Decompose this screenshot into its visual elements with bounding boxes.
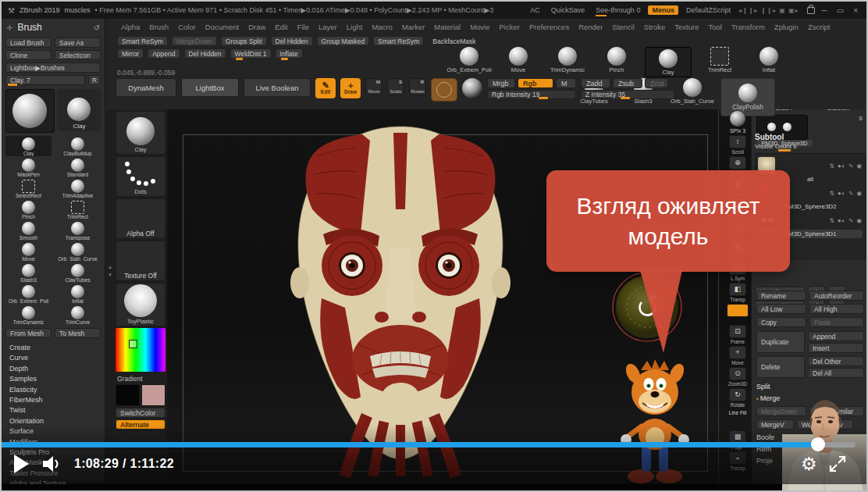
play-button[interactable] bbox=[14, 455, 29, 473]
material-button[interactable] bbox=[431, 78, 457, 102]
shelf-button[interactable]: ◧ Transp bbox=[729, 283, 746, 303]
autoreorder-button[interactable]: AutoReorder bbox=[809, 291, 864, 301]
menu-item[interactable]: Zscript bbox=[804, 21, 834, 33]
video-progress-played[interactable] bbox=[2, 442, 818, 447]
subtool-row-icons[interactable]: ⇅ ●◐ ✎ ◉ bbox=[830, 217, 863, 224]
append-button[interactable]: Append bbox=[808, 331, 864, 341]
bpr-render-icon[interactable] bbox=[730, 111, 745, 127]
toolbar-button[interactable]: Smart ReSym bbox=[117, 36, 168, 46]
toolbar-button[interactable]: BackfaceMask bbox=[428, 36, 480, 46]
main-color-swatch[interactable] bbox=[116, 384, 140, 406]
menu-item[interactable]: Edit bbox=[271, 21, 291, 33]
color-picker[interactable] bbox=[116, 328, 165, 372]
material-sphere-icon[interactable] bbox=[462, 78, 482, 98]
toolbar-button[interactable]: MergeDown bbox=[172, 36, 217, 46]
brush-grid-cell[interactable]: SelectRect bbox=[5, 178, 52, 198]
move-mode-button[interactable]: Move bbox=[365, 78, 382, 95]
zsub-button[interactable]: Zsub bbox=[613, 78, 642, 88]
rgb-intensity-slider[interactable]: Rgb Intensity 19 bbox=[487, 90, 576, 99]
to-mesh-button[interactable]: To Mesh bbox=[55, 328, 101, 338]
shelf-button[interactable]: ⊙ Zoom3D bbox=[728, 367, 747, 387]
toolbar-button[interactable]: Append bbox=[148, 48, 180, 59]
scale-mode-button[interactable]: Scale bbox=[387, 78, 404, 95]
dynamesh-button[interactable]: DynaMesh bbox=[116, 78, 176, 97]
brush-grid-cell[interactable]: Standard bbox=[55, 157, 101, 177]
brush-grid-cell[interactable]: Orb_Slah_Curve bbox=[55, 241, 101, 262]
secondary-color-swatch[interactable] bbox=[141, 384, 165, 406]
menu-item[interactable]: Texture bbox=[671, 21, 703, 33]
menu-item[interactable]: Movie bbox=[466, 21, 493, 33]
brush-grid-cell[interactable]: TrimAdaptive bbox=[55, 178, 101, 198]
shelf-button[interactable]: + Move bbox=[729, 346, 746, 366]
subtool-row-icons[interactable]: ⇅ ●◐ ✎ ◉ bbox=[830, 162, 863, 169]
brush-grid-cell[interactable]: ClayBuildup bbox=[55, 136, 101, 156]
brush-grid-cell[interactable]: ClayTubes bbox=[55, 262, 101, 283]
brush-grid-cell[interactable]: TrimCurve bbox=[55, 305, 101, 325]
spix-slider[interactable]: SPix 3 bbox=[730, 128, 745, 134]
volume-icon[interactable] bbox=[41, 455, 62, 473]
brush-section-item[interactable]: Elasticity bbox=[9, 385, 103, 395]
brush-section-item[interactable]: Curve bbox=[9, 353, 103, 363]
all-low-button[interactable]: All Low bbox=[756, 304, 806, 314]
menu-item[interactable]: File bbox=[293, 21, 313, 33]
switch-color-button[interactable]: SwitchColor bbox=[116, 408, 165, 418]
video-progress-handle[interactable] bbox=[811, 437, 825, 451]
brush-grid-cell[interactable]: Clay bbox=[5, 136, 52, 156]
shelf-button[interactable]: Line Fill bbox=[729, 409, 746, 430]
toolbar-button[interactable]: Group Masked bbox=[317, 36, 370, 46]
recent-brush[interactable]: Clay bbox=[58, 89, 101, 131]
default-zscript-button[interactable]: DefaultZScript bbox=[683, 5, 734, 15]
menu-item[interactable]: Draw bbox=[244, 21, 269, 33]
menu-item[interactable]: Stroke bbox=[640, 21, 669, 33]
paste-button[interactable]: Paste bbox=[809, 317, 864, 327]
menu-item[interactable]: Transform bbox=[727, 21, 769, 33]
minimize-button[interactable]: ─ bbox=[820, 6, 830, 15]
shelf-button[interactable]: ⊡ Frame bbox=[729, 325, 746, 345]
shelf-button[interactable]: Gxyz bbox=[727, 304, 749, 324]
current-brush-slider[interactable]: Clay. 7 bbox=[5, 75, 85, 85]
draw-mode-button[interactable]: ＋Draw bbox=[340, 78, 361, 98]
duplicate-button[interactable]: Duplicate bbox=[756, 331, 805, 353]
quicksave-button[interactable]: QuickSave bbox=[548, 5, 589, 15]
brush-section-item[interactable]: Samples bbox=[9, 374, 103, 384]
material-cell[interactable]: ToyPlastic bbox=[116, 283, 165, 326]
brush-grid-cell[interactable]: Pinch bbox=[5, 199, 52, 219]
quick-brush[interactable]: Orb_Slah_Curve bbox=[671, 78, 713, 105]
subtool-title[interactable]: Subtool bbox=[755, 133, 866, 141]
gradient-label[interactable]: Gradient bbox=[116, 373, 165, 383]
brush-grid-cell[interactable]: MaskPen bbox=[5, 157, 52, 177]
subtool-row-icons[interactable]: ⇅ ●◐ ✎ ◉ bbox=[830, 190, 863, 197]
menu-item[interactable]: Preferences bbox=[525, 21, 573, 33]
menu-item[interactable]: Brush bbox=[145, 21, 173, 33]
brush-panel-header[interactable]: ✛ Brush ↺ bbox=[2, 19, 105, 36]
r-button[interactable]: R bbox=[88, 75, 101, 85]
lock-icon[interactable] bbox=[807, 7, 815, 14]
alternate-button[interactable]: Alternate bbox=[116, 419, 165, 430]
brush-grid-cell[interactable]: Slash3 bbox=[5, 262, 52, 283]
del-all-button[interactable]: Del All bbox=[808, 368, 864, 378]
menu-item[interactable]: Zplugin bbox=[770, 21, 802, 33]
restore-button[interactable]: ▭ bbox=[834, 6, 846, 15]
toolbar-button[interactable]: Inflate bbox=[276, 48, 303, 59]
current-brush-preview[interactable] bbox=[5, 89, 55, 133]
project-section-label[interactable]: Proje bbox=[756, 457, 773, 465]
quick-brush[interactable]: Clay bbox=[645, 47, 692, 77]
del-other-button[interactable]: Del Other bbox=[808, 356, 864, 366]
alpha-cell[interactable]: Alpha Off bbox=[116, 198, 165, 239]
brush-grid-cell[interactable]: Orb_Extrem_Poli bbox=[5, 283, 52, 304]
menu-item[interactable]: Stencil bbox=[608, 21, 639, 33]
toolbar-button[interactable]: WeldDist 1 bbox=[230, 48, 272, 59]
menu-item[interactable]: Render bbox=[575, 21, 607, 33]
quick-brush[interactable]: TrimRect bbox=[699, 47, 741, 73]
quick-brush[interactable]: Move bbox=[497, 47, 539, 73]
menu-item[interactable]: Picker bbox=[496, 21, 524, 33]
brush-section-item[interactable]: Surface bbox=[9, 426, 103, 437]
quick-brush[interactable]: TrimDynamic bbox=[546, 47, 589, 73]
from-mesh-button[interactable]: From Mesh bbox=[5, 328, 52, 338]
see-through-slider[interactable]: See-through 0 bbox=[592, 5, 643, 15]
z-intensity-slider[interactable]: Z Intensity 35 bbox=[581, 90, 674, 99]
zadd-button[interactable]: Zadd bbox=[581, 78, 610, 88]
brush-grid-cell[interactable]: Smooth bbox=[5, 220, 52, 241]
panel-divider[interactable]: ▴▾ bbox=[106, 236, 114, 306]
rotate-mode-button[interactable]: Rotate bbox=[409, 78, 426, 95]
